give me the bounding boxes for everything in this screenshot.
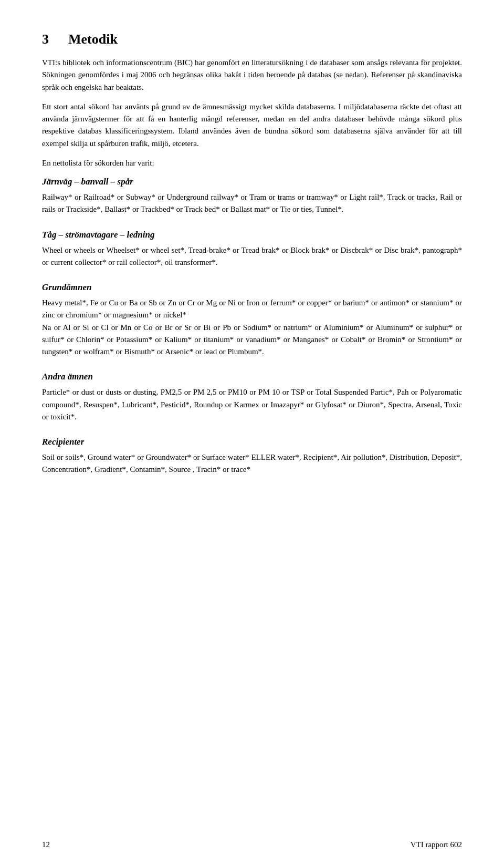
- search-heading-2: Grundämnen: [42, 282, 462, 293]
- search-heading-0: Järnväg – banvall – spår: [42, 177, 462, 187]
- search-heading-4: Recipienter: [42, 437, 462, 447]
- intro-paragraph-3: En nettolista för sökorden har varit:: [42, 157, 462, 169]
- page-footer: 12 VTI rapport 602: [0, 840, 504, 849]
- intro-paragraph-1: VTI:s bibliotek och informationscentrum …: [42, 57, 462, 94]
- search-terms-0: Railway* or Railroad* or Subway* or Unde…: [42, 191, 462, 216]
- search-terms-3: Particle* or dust or dusts or dusting, P…: [42, 386, 462, 423]
- search-section-2: Grundämnen Heavy metal*, Fe or Cu or Ba …: [42, 282, 462, 358]
- chapter-title: Metodik: [68, 32, 118, 47]
- search-heading-3: Andra ämnen: [42, 372, 462, 382]
- search-section-0: Järnväg – banvall – spår Railway* or Rai…: [42, 177, 462, 216]
- page: 3 Metodik VTI:s bibliotek och informatio…: [0, 0, 504, 865]
- search-section-3: Andra ämnen Particle* or dust or dusts o…: [42, 372, 462, 423]
- footer-page-number: 12: [42, 840, 50, 849]
- search-heading-1: Tåg – strömavtagare – ledning: [42, 230, 462, 240]
- search-terms-1: Wheel or wheels or Wheelset* or wheel se…: [42, 244, 462, 269]
- search-section-1: Tåg – strömavtagare – ledning Wheel or w…: [42, 230, 462, 269]
- search-terms-4: Soil or soils*, Ground water* or Groundw…: [42, 451, 462, 476]
- footer-report-name: VTI rapport 602: [411, 840, 462, 849]
- intro-paragraph-2: Ett stort antal sökord har använts på gr…: [42, 101, 462, 150]
- search-terms-2: Heavy metal*, Fe or Cu or Ba or Sb or Zn…: [42, 297, 462, 358]
- chapter-header: 3 Metodik: [42, 32, 462, 47]
- chapter-number: 3: [42, 32, 58, 47]
- search-section-4: Recipienter Soil or soils*, Ground water…: [42, 437, 462, 476]
